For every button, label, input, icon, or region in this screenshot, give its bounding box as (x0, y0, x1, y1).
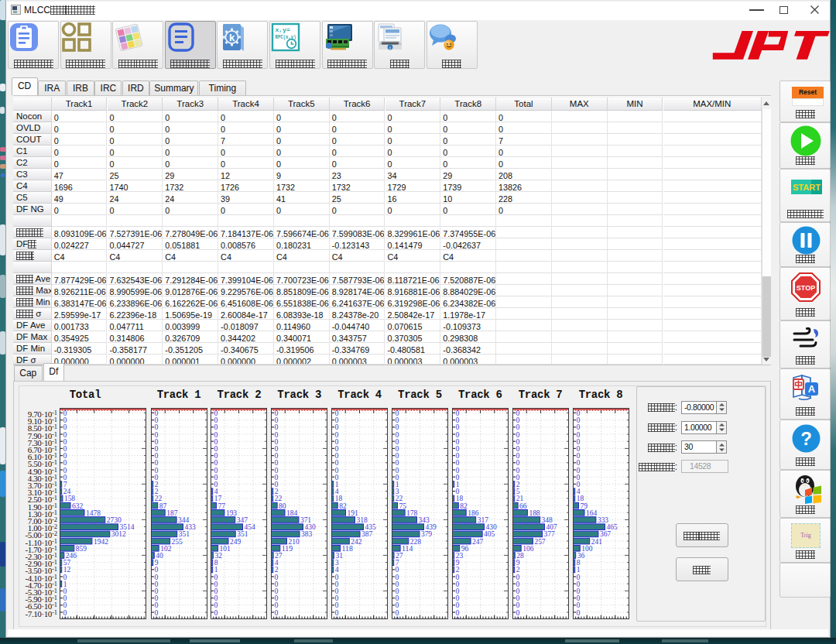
svg-text:87: 87 (159, 501, 166, 510)
svg-text:859: 859 (76, 543, 87, 553)
svg-text:106: 106 (522, 543, 534, 553)
svg-text:257: 257 (534, 536, 546, 546)
svg-text:3012: 3012 (111, 529, 126, 538)
svg-text:START: START (793, 183, 821, 192)
svg-text:?: ? (800, 428, 812, 449)
svg-text:82: 82 (460, 501, 468, 510)
svg-text:1478: 1478 (86, 508, 101, 517)
svg-text:377: 377 (543, 529, 555, 538)
svg-text:178: 178 (406, 508, 418, 517)
svg-text:114: 114 (402, 543, 413, 553)
svg-text:188: 188 (529, 508, 540, 517)
svg-text:k: k (229, 32, 235, 43)
svg-text:379: 379 (421, 529, 433, 538)
svg-text:x,y=: x,y= (276, 26, 290, 33)
svg-text:STOP: STOP (797, 284, 815, 292)
svg-text:77: 77 (218, 501, 226, 510)
svg-text:75: 75 (399, 501, 406, 510)
svg-text:i: i (389, 45, 391, 50)
svg-text:118: 118 (342, 543, 354, 553)
svg-text:247: 247 (472, 536, 484, 546)
svg-text:249: 249 (230, 536, 242, 546)
svg-text:383: 383 (301, 529, 313, 538)
svg-text:80: 80 (279, 501, 286, 510)
svg-text:387: 387 (361, 529, 373, 538)
svg-text:241: 241 (591, 536, 601, 546)
svg-text:632: 632 (72, 501, 83, 510)
svg-text:184: 184 (286, 508, 298, 517)
svg-text:1942: 1942 (94, 536, 108, 546)
svg-text:187: 187 (166, 508, 178, 517)
svg-text:255: 255 (171, 536, 183, 546)
svg-text:405: 405 (484, 529, 495, 538)
svg-text:A: A (808, 383, 816, 395)
svg-text:66: 66 (519, 501, 527, 510)
svg-text:164: 164 (586, 508, 598, 517)
svg-text:193: 193 (226, 508, 238, 517)
svg-text:119: 119 (282, 543, 293, 553)
svg-text:82: 82 (339, 501, 347, 510)
